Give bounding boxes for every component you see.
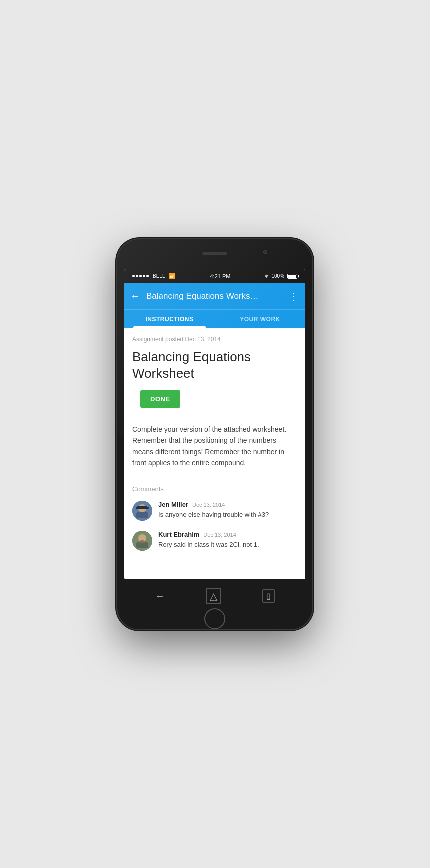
status-bar: BELL 📶 4:21 PM ∗ 100% [124, 269, 306, 283]
bluetooth-icon: ∗ [264, 273, 268, 279]
comment-text: Is anyone else having trouble with #3? [158, 510, 298, 520]
back-button[interactable]: ← [130, 290, 140, 302]
comment-body: Kurt Ebrahim Dec 13, 2014 Rory said in c… [158, 531, 298, 551]
status-left: BELL 📶 [132, 273, 176, 279]
comments-section: Comments [124, 477, 306, 569]
done-button[interactable]: DONE [140, 390, 180, 408]
comment-body: Jen Miller Dec 13, 2014 Is anyone else h… [158, 501, 298, 521]
content-area: Assignment posted Dec 13, 2014 Balancing… [124, 328, 306, 579]
battery-icon [288, 274, 298, 279]
tab-your-work[interactable]: YOUR WORK [215, 310, 306, 328]
comment-date: Dec 13, 2014 [204, 532, 236, 538]
svg-point-8 [140, 540, 146, 543]
tab-bar: INSTRUCTIONS YOUR WORK [124, 309, 306, 328]
front-camera [264, 250, 268, 254]
assignment-meta: Assignment posted Dec 13, 2014 [124, 328, 306, 347]
comment-author: Kurt Ebrahim [158, 531, 200, 538]
comment-date: Dec 13, 2014 [192, 502, 225, 508]
kurt-avatar-image [132, 531, 152, 551]
avatar [132, 501, 152, 521]
more-options-button[interactable]: ⋮ [289, 290, 300, 302]
page-title: Balancing Equations Works… [146, 291, 283, 301]
status-right: ∗ 100% [264, 273, 298, 279]
status-time: 4:21 PM [210, 273, 230, 279]
tab-instructions[interactable]: INSTRUCTIONS [124, 310, 215, 328]
battery-fill [288, 275, 296, 278]
comment-header: Jen Miller Dec 13, 2014 [158, 501, 298, 508]
phone-bottom-nav: ← △ ▯ [124, 579, 306, 629]
phone-device: BELL 📶 4:21 PM ∗ 100% ← Balancing Equati… [118, 239, 312, 629]
avatar [132, 531, 152, 551]
android-recents-button[interactable]: ▯ [262, 589, 275, 603]
comment-header: Kurt Ebrahim Dec 13, 2014 [158, 531, 298, 538]
jen-avatar-image [132, 501, 152, 521]
assignment-description: Complete your version of the attached wo… [124, 424, 306, 477]
comment-author: Jen Miller [158, 501, 188, 508]
comment-item: Kurt Ebrahim Dec 13, 2014 Rory said in c… [132, 531, 298, 551]
speaker [202, 252, 228, 255]
comment-text: Rory said in class it was 2Cl, not 1. [158, 540, 298, 550]
svg-rect-4 [136, 507, 149, 509]
comments-label: Comments [132, 485, 298, 493]
phone-screen: BELL 📶 4:21 PM ∗ 100% ← Balancing Equati… [124, 269, 306, 579]
android-home-button[interactable]: △ [206, 588, 222, 604]
wifi-icon: 📶 [169, 273, 176, 279]
android-back-button[interactable]: ← [155, 590, 165, 602]
signal-strength [132, 275, 149, 277]
assignment-title: Balancing Equations Worksheet [124, 347, 306, 389]
home-circle-button[interactable] [204, 608, 226, 629]
navigation-bar: ← Balancing Equations Works… ⋮ [124, 283, 306, 309]
battery-percent: 100% [272, 273, 284, 279]
carrier-label: BELL [153, 273, 165, 279]
svg-rect-2 [136, 512, 148, 518]
comment-item: Jen Miller Dec 13, 2014 Is anyone else h… [132, 501, 298, 521]
android-nav-buttons: ← △ ▯ [124, 579, 306, 608]
